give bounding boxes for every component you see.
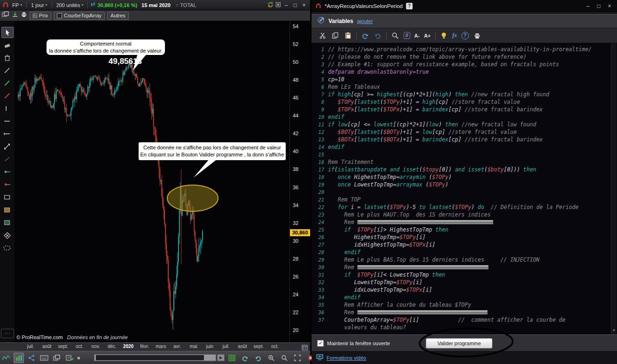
time-axis-label: juil. bbox=[27, 344, 34, 349]
close-button[interactable]: × bbox=[606, 3, 613, 9]
undo-button[interactable] bbox=[240, 353, 250, 363]
code-line: 6Rem LEs Tableaux bbox=[312, 83, 617, 91]
lasso-tool-button[interactable] bbox=[1, 243, 13, 253]
courbe-top-array-checkbox[interactable] bbox=[57, 13, 62, 18]
vertical-line-tool-button[interactable] bbox=[1, 103, 13, 114]
tab-prix-label: Prix bbox=[39, 13, 48, 18]
rectangle-filled-green-tool-button[interactable] bbox=[1, 217, 13, 228]
keep-open-checkbox[interactable]: ✓ bbox=[317, 340, 324, 347]
chart-area[interactable]: Comportement normal la donnée s'affiche … bbox=[15, 21, 290, 342]
code-scrollbar[interactable]: ▼ bbox=[611, 43, 617, 334]
units-dropdown[interactable]: 200 unités ▾ bbox=[55, 2, 86, 8]
time-axis[interactable]: juil.aoûtsept.oct.nov.déc.2020févr.marsa… bbox=[0, 342, 310, 351]
print-icon[interactable] bbox=[21, 11, 27, 20]
editor-titlebar: *ArrayRecupValeursSelonPeriod ? – □ × bbox=[312, 0, 617, 12]
price-axis-label: 54 bbox=[293, 23, 298, 30]
formations-video-link[interactable]: Formations vidéo bbox=[327, 355, 366, 361]
close-button[interactable]: × bbox=[300, 2, 308, 8]
duplicate-chart-button[interactable] bbox=[52, 353, 62, 363]
decrease-font-button[interactable]: A- bbox=[414, 33, 420, 39]
workspace-share-button[interactable] bbox=[26, 353, 37, 363]
symbol-dropdown[interactable]: FP ▾ bbox=[10, 2, 24, 8]
collapse-chevrons-button[interactable]: « bbox=[77, 355, 80, 361]
export-icon[interactable] bbox=[12, 11, 18, 20]
comment-button[interactable]: // bbox=[404, 32, 410, 39]
zoom-in-button[interactable] bbox=[266, 353, 276, 363]
redo-button[interactable] bbox=[374, 31, 382, 40]
paste-button[interactable] bbox=[344, 31, 352, 40]
new-window-icon[interactable] bbox=[2, 11, 9, 20]
annotation-overlay bbox=[15, 21, 289, 342]
editor-linkbar: Formations vidéo bbox=[312, 351, 617, 364]
time-axis-label: oct. bbox=[271, 344, 279, 349]
time-axis-label: avr. bbox=[173, 344, 181, 349]
function-wizard-button[interactable]: fx bbox=[453, 32, 457, 39]
more-tools-button[interactable]: ··· bbox=[1, 329, 14, 338]
help-icon[interactable]: ? bbox=[406, 3, 413, 9]
horizontal-ray-tool-button[interactable] bbox=[1, 129, 13, 139]
divider bbox=[435, 32, 436, 39]
tab-autres[interactable]: Autres bbox=[107, 12, 129, 20]
price-axis-label: 52 bbox=[293, 41, 298, 47]
horizontal-line-tool-button[interactable] bbox=[1, 116, 13, 126]
rectangle-tool-button[interactable] bbox=[1, 192, 13, 202]
scrollbar-thumb[interactable] bbox=[96, 355, 204, 360]
timeframe-dropdown[interactable]: 1 jour ▾ bbox=[29, 2, 49, 8]
redo-button[interactable] bbox=[253, 353, 263, 363]
zoom-mode-button[interactable] bbox=[279, 353, 289, 363]
line-tool-button[interactable] bbox=[1, 65, 13, 76]
trendline-tool-button[interactable] bbox=[1, 154, 13, 164]
extended-line-tool-button[interactable] bbox=[1, 141, 13, 152]
print-button[interactable] bbox=[473, 31, 482, 40]
price-axis-label: 42 bbox=[293, 130, 298, 137]
code-line: 24 Rem bbox=[312, 218, 617, 226]
add-variable-link[interactable]: ajouter bbox=[357, 18, 373, 24]
detach-icon[interactable] bbox=[275, 2, 281, 8]
export-chart-button[interactable] bbox=[64, 353, 75, 363]
undo-button[interactable] bbox=[361, 31, 369, 40]
search-button[interactable] bbox=[391, 31, 399, 40]
line-tool-green-button[interactable] bbox=[1, 78, 13, 88]
rectangle-filled-tan-tool-button[interactable] bbox=[1, 205, 13, 215]
scroll-right-button[interactable]: ▶ bbox=[217, 354, 225, 361]
increase-font-button[interactable]: A+ bbox=[424, 33, 430, 39]
price-axis-label: 36 bbox=[293, 184, 298, 191]
minimize-button[interactable]: – bbox=[584, 3, 592, 9]
price-axis-label: 48 bbox=[293, 77, 298, 83]
line-tool-red-button[interactable] bbox=[1, 91, 13, 101]
chart-display-button[interactable] bbox=[14, 353, 24, 363]
refresh-icon[interactable] bbox=[267, 1, 274, 9]
delete-tool-button[interactable] bbox=[1, 53, 13, 63]
hline-red-point-tool-button[interactable] bbox=[1, 179, 13, 190]
hline-green-point-tool-button[interactable] bbox=[1, 167, 13, 177]
maximize-button[interactable]: □ bbox=[595, 3, 602, 9]
fullscreen-button[interactable] bbox=[292, 353, 303, 363]
maximize-button[interactable]: □ bbox=[291, 2, 299, 8]
price-axis[interactable]: 545250484644424038363432302826242220 30,… bbox=[290, 21, 310, 342]
code-line: 25 if $TOPy[i]> HighestTopTmp then bbox=[312, 226, 617, 233]
chart-bottom-toolbar: « ▶ bbox=[0, 351, 310, 364]
table-view-button[interactable] bbox=[226, 353, 237, 363]
scroll-down-icon[interactable]: ▼ bbox=[611, 328, 617, 333]
eraser-tool-button[interactable] bbox=[1, 40, 13, 50]
code-editor[interactable]: 1// https://www.prorealcode.com/topic/ar… bbox=[312, 43, 617, 334]
copy-button[interactable] bbox=[331, 31, 339, 40]
minimize-button[interactable]: – bbox=[282, 2, 290, 8]
time-axis-label: mars bbox=[156, 344, 166, 349]
tab-prix[interactable]: Prix bbox=[30, 12, 51, 20]
cut-button[interactable] bbox=[318, 31, 327, 40]
indicator-curve-icon[interactable] bbox=[1, 353, 11, 363]
time-axis-label: août bbox=[42, 344, 51, 349]
diamond-tool-button[interactable] bbox=[1, 230, 13, 240]
last-price-change: 30,860 (+0,16 %) bbox=[97, 2, 137, 8]
data-note-label: Données en fin de journée bbox=[67, 334, 128, 340]
hint-button[interactable] bbox=[440, 31, 448, 40]
keyboard-button[interactable] bbox=[39, 353, 49, 363]
validate-program-button[interactable]: Valider programme bbox=[426, 338, 492, 349]
cursor-tool-button[interactable] bbox=[1, 27, 14, 38]
help-button[interactable]: ? bbox=[461, 32, 469, 39]
screen: FP ▾ 1 jour ▾ 200 unités ▾ 30,860 (+0,16… bbox=[0, 0, 617, 364]
horizontal-scrollbar[interactable] bbox=[94, 354, 216, 361]
chart-type-icon[interactable] bbox=[90, 2, 96, 8]
tab-courbe-top-array[interactable]: CourbeTopArray bbox=[54, 12, 105, 20]
